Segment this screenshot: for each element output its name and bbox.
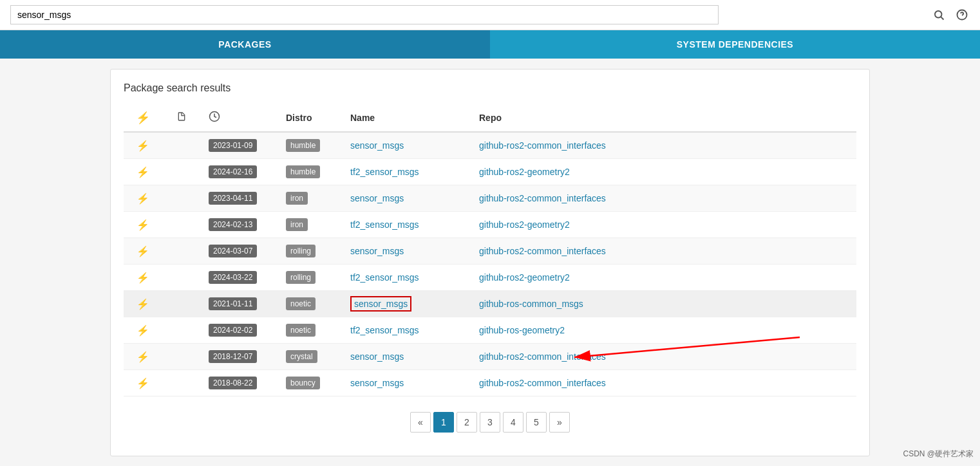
package-name-link[interactable]: tf2_sensor_msgs	[350, 167, 419, 177]
date-badge: 2021-01-11	[209, 297, 257, 310]
date-cell: 2024-02-13	[201, 212, 278, 238]
date-badge: 2024-02-13	[209, 218, 257, 231]
repo-cell: github-ros-common_msgs	[471, 291, 856, 317]
section-title: Package search results	[124, 82, 856, 94]
col-flash-header: ⚡	[124, 104, 162, 132]
name-cell: tf2_sensor_msgs	[343, 212, 471, 238]
package-name-link[interactable]: sensor_msgs	[350, 140, 404, 151]
repo-link[interactable]: github-ros2-common_interfaces	[479, 351, 606, 362]
doc-cell	[162, 212, 201, 238]
package-name-link[interactable]: sensor_msgs	[350, 246, 404, 256]
name-cell: sensor_msgs	[343, 370, 471, 396]
repo-cell: github-ros2-common_interfaces	[471, 344, 856, 370]
flash-icon: ⚡	[137, 219, 149, 230]
pagination-page-4[interactable]: 4	[503, 412, 523, 433]
pagination-prev[interactable]: «	[410, 412, 431, 433]
distro-badge: humble	[286, 165, 320, 178]
distro-cell: iron	[278, 185, 343, 212]
tab-packages[interactable]: PACKAGES	[0, 30, 490, 59]
flash-cell: ⚡	[124, 132, 162, 159]
search-input[interactable]	[10, 5, 719, 24]
flash-icon: ⚡	[137, 272, 149, 283]
pagination-page-3[interactable]: 3	[480, 412, 500, 433]
repo-cell: github-ros2-geometry2	[471, 265, 856, 291]
pagination-page-5[interactable]: 5	[526, 412, 547, 433]
top-icons	[931, 7, 970, 23]
doc-cell	[162, 265, 201, 291]
flash-cell: ⚡	[124, 370, 162, 396]
doc-cell	[162, 344, 201, 370]
name-cell: sensor_msgs	[343, 238, 471, 265]
distro-cell: noetic	[278, 291, 343, 317]
name-cell: sensor_msgs	[343, 185, 471, 212]
repo-link[interactable]: github-ros2-geometry2	[479, 219, 570, 230]
name-cell: tf2_sensor_msgs	[343, 159, 471, 185]
flash-cell: ⚡	[124, 291, 162, 317]
doc-cell	[162, 238, 201, 265]
distro-cell: crystal	[278, 344, 343, 370]
repo-cell: github-ros2-common_interfaces	[471, 370, 856, 396]
repo-cell: github-ros-geometry2	[471, 317, 856, 344]
table-body: ⚡2023-01-09humblesensor_msgsgithub-ros2-…	[124, 132, 856, 396]
help-icon[interactable]	[954, 7, 970, 23]
repo-link[interactable]: github-ros-common_msgs	[479, 299, 583, 309]
repo-link[interactable]: github-ros-geometry2	[479, 325, 565, 335]
repo-cell: github-ros2-geometry2	[471, 212, 856, 238]
col-name-header: Name	[343, 104, 471, 132]
flash-icon: ⚡	[137, 351, 149, 362]
tab-bar: PACKAGES SYSTEM DEPENDENCIES	[0, 30, 980, 59]
svg-point-0	[935, 11, 942, 18]
distro-cell: bouncy	[278, 370, 343, 396]
table-row: ⚡2023-01-09humblesensor_msgsgithub-ros2-…	[124, 132, 856, 159]
date-badge: 2024-03-22	[209, 271, 257, 284]
svg-line-1	[941, 17, 943, 19]
package-name-link[interactable]: sensor_msgs	[350, 378, 404, 388]
col-repo-header: Repo	[471, 104, 856, 132]
package-name-link[interactable]: sensor_msgs	[350, 296, 411, 312]
distro-cell: iron	[278, 212, 343, 238]
date-cell: 2024-02-16	[201, 159, 278, 185]
repo-link[interactable]: github-ros2-common_interfaces	[479, 246, 606, 256]
flash-icon: ⚡	[137, 140, 149, 151]
distro-cell: rolling	[278, 238, 343, 265]
search-icon[interactable]	[931, 7, 947, 23]
date-cell: 2021-01-11	[201, 291, 278, 317]
doc-cell	[162, 159, 201, 185]
date-cell: 2018-08-22	[201, 370, 278, 396]
doc-cell	[162, 132, 201, 159]
repo-link[interactable]: github-ros2-common_interfaces	[479, 140, 606, 151]
flash-cell: ⚡	[124, 159, 162, 185]
date-cell: 2018-12-07	[201, 344, 278, 370]
pagination-page-2[interactable]: 2	[457, 412, 477, 433]
distro-badge: noetic	[286, 324, 316, 337]
repo-link[interactable]: github-ros2-geometry2	[479, 272, 570, 283]
repo-cell: github-ros2-geometry2	[471, 159, 856, 185]
tab-system-dependencies[interactable]: SYSTEM DEPENDENCIES	[490, 30, 980, 59]
distro-badge: iron	[286, 218, 308, 231]
pagination-next[interactable]: »	[549, 412, 570, 433]
flash-icon: ⚡	[137, 167, 149, 178]
repo-link[interactable]: github-ros2-geometry2	[479, 167, 570, 177]
repo-link[interactable]: github-ros2-common_interfaces	[479, 193, 606, 203]
flash-icon: ⚡	[137, 246, 149, 257]
date-cell: 2024-03-07	[201, 238, 278, 265]
watermark: CSDN @硬件艺术家	[903, 449, 974, 460]
doc-cell	[162, 317, 201, 344]
pagination-page-1[interactable]: 1	[433, 412, 454, 433]
date-badge: 2018-08-22	[209, 377, 257, 389]
distro-badge: crystal	[286, 350, 317, 363]
name-cell: sensor_msgs	[343, 291, 471, 317]
distro-badge: iron	[286, 192, 308, 205]
flash-cell: ⚡	[124, 185, 162, 212]
package-name-link[interactable]: sensor_msgs	[350, 351, 404, 362]
date-badge: 2024-02-16	[209, 165, 257, 178]
flash-cell: ⚡	[124, 344, 162, 370]
package-name-link[interactable]: tf2_sensor_msgs	[350, 272, 419, 283]
package-name-link[interactable]: sensor_msgs	[350, 193, 404, 203]
distro-cell: humble	[278, 132, 343, 159]
distro-cell: rolling	[278, 265, 343, 291]
package-name-link[interactable]: tf2_sensor_msgs	[350, 325, 419, 335]
repo-link[interactable]: github-ros2-common_interfaces	[479, 378, 606, 388]
package-name-link[interactable]: tf2_sensor_msgs	[350, 219, 419, 230]
repo-cell: github-ros2-common_interfaces	[471, 132, 856, 159]
